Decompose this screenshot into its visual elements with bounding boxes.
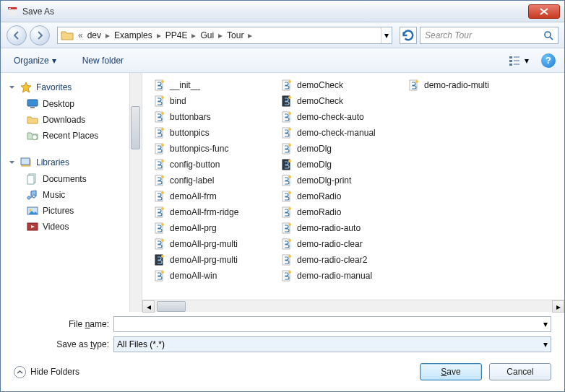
new-folder-button[interactable]: New folder: [78, 53, 128, 69]
favorites-header[interactable]: Favorites: [1, 79, 142, 96]
sidebar-item-pictures[interactable]: Pictures: [1, 203, 142, 219]
file-name: demoDlg: [297, 160, 332, 170]
chevron-down-icon[interactable]: ▾: [543, 319, 548, 329]
chevron-down-icon: ▾: [52, 56, 56, 66]
file-item[interactable]: demoAll-win: [152, 268, 280, 284]
file-item[interactable]: demo-radio-multi: [407, 77, 534, 93]
chevron-right-icon[interactable]: ▸: [246, 30, 254, 40]
svg-point-9: [33, 135, 38, 140]
sidebar-item-documents[interactable]: Documents: [1, 171, 142, 187]
breadcrumb[interactable]: Examples: [111, 27, 155, 43]
filetype-select[interactable]: All Files (*.*) ▾: [113, 336, 551, 352]
refresh-button[interactable]: [400, 27, 417, 44]
videos-icon: [27, 221, 38, 232]
search-input[interactable]: Search Tour: [420, 27, 558, 44]
breadcrumb[interactable]: dev: [85, 27, 104, 43]
file-list[interactable]: __init__bindbuttonbarsbuttonpicsbuttonpi…: [142, 73, 564, 300]
help-button[interactable]: ?: [541, 53, 556, 68]
horizontal-scrollbar[interactable]: ◂ ▸: [142, 300, 564, 312]
address-dropdown[interactable]: ▾: [381, 27, 392, 43]
cancel-button[interactable]: Cancel: [489, 363, 551, 380]
file-item[interactable]: demoAll-frm: [152, 188, 280, 204]
chevron-down-icon[interactable]: ▾: [543, 339, 548, 349]
file-item[interactable]: buttonpics-func: [152, 141, 280, 157]
file-item[interactable]: demoRadio: [280, 188, 407, 204]
file-item[interactable]: config-label: [152, 173, 280, 188]
file-item[interactable]: demoRadio: [280, 204, 407, 220]
address-bar[interactable]: « dev ▸ Examples ▸ PP4E ▸ Gui ▸ Tour ▸ ▾: [57, 27, 392, 44]
filename-label: File name:: [37, 319, 109, 329]
file-item[interactable]: demo-radio-clear: [280, 236, 407, 252]
sidebar-item-downloads[interactable]: Downloads: [1, 112, 142, 128]
body: Favorites Desktop Downloads Recent Place…: [1, 73, 564, 312]
svg-point-20: [161, 96, 164, 99]
file-item[interactable]: demoAll-prg-multi: [152, 252, 280, 268]
file-item[interactable]: demoDlg: [280, 141, 407, 157]
hide-folders-button[interactable]: Hide Folders: [14, 366, 79, 378]
file-item[interactable]: demo-check-manual: [280, 125, 407, 141]
breadcrumb[interactable]: Tour: [224, 27, 246, 43]
sidebar-item-label: Desktop: [43, 99, 74, 109]
file-name: demo-radio-clear2: [297, 255, 367, 265]
save-as-dialog: Save As « dev ▸ Examples ▸ PP4E ▸ Gui ▸ …: [0, 0, 565, 392]
svg-rect-3: [509, 64, 512, 66]
sidebar-item-recent[interactable]: Recent Places: [1, 128, 142, 144]
file-item[interactable]: config-button: [152, 157, 280, 173]
svg-point-64: [288, 239, 291, 242]
scrollbar-thumb[interactable]: [131, 106, 140, 149]
file-item[interactable]: buttonpics: [152, 125, 280, 141]
python-file-icon: [281, 206, 293, 218]
file-item[interactable]: demoDlg-print: [280, 173, 407, 188]
file-item[interactable]: demoAll-frm-ridge: [152, 204, 280, 220]
breadcrumb[interactable]: PP4E: [163, 27, 191, 43]
organize-button[interactable]: Organize ▾: [9, 53, 61, 69]
view-mode-button[interactable]: ▾: [505, 53, 532, 69]
sidebar-item-videos[interactable]: Videos: [1, 219, 142, 235]
filename-input[interactable]: ▾: [113, 316, 551, 332]
search-placeholder: Search Tour: [425, 30, 472, 40]
breadcrumb[interactable]: Gui: [197, 27, 217, 43]
file-item[interactable]: demoAll-prg: [152, 220, 280, 236]
sidebar-item-desktop[interactable]: Desktop: [1, 96, 142, 112]
chevron-right-icon[interactable]: «: [77, 30, 85, 40]
chevron-right-icon[interactable]: ▸: [155, 30, 163, 40]
file-item[interactable]: demoDlg: [280, 157, 407, 173]
file-item[interactable]: demo-radio-manual: [280, 268, 407, 284]
file-name: bind: [170, 96, 186, 106]
file-item[interactable]: demoCheck: [280, 77, 407, 93]
file-item[interactable]: __init__: [152, 77, 280, 93]
file-item[interactable]: demo-check-auto: [280, 109, 407, 125]
file-item[interactable]: demoCheck: [280, 93, 407, 109]
chevron-right-icon[interactable]: ▸: [190, 30, 197, 40]
scroll-left-button[interactable]: ◂: [142, 300, 155, 313]
file-item[interactable]: demo-radio-clear2: [280, 252, 407, 268]
scrollbar-thumb[interactable]: [157, 301, 186, 312]
svg-point-32: [161, 191, 164, 194]
libraries-header[interactable]: Libraries: [1, 154, 142, 171]
back-button[interactable]: [7, 25, 27, 45]
python-file-icon: [281, 143, 293, 154]
sidebar-item-label: Downloads: [43, 115, 85, 125]
file-name: demoAll-prg: [170, 223, 217, 233]
python-file-icon: [154, 143, 165, 154]
svg-point-62: [288, 223, 291, 226]
file-item[interactable]: bind: [152, 93, 280, 109]
python-file-icon: [154, 270, 165, 282]
file-name: demo-check-manual: [297, 128, 376, 138]
save-button[interactable]: Save: [420, 363, 482, 380]
chevron-right-icon[interactable]: ▸: [104, 30, 111, 40]
file-item[interactable]: buttonbars: [152, 109, 280, 125]
file-name: demo-radio-auto: [297, 223, 361, 233]
file-item[interactable]: demo-radio-auto: [280, 220, 407, 236]
scroll-right-button[interactable]: ▸: [552, 300, 564, 313]
sidebar-item-music[interactable]: Music: [1, 187, 142, 203]
file-name: demoDlg-print: [297, 175, 351, 186]
forward-button[interactable]: [30, 25, 50, 45]
file-name: demoAll-prg-multi: [170, 255, 238, 265]
file-item[interactable]: demoAll-prg-multi: [152, 236, 280, 252]
file-name: buttonbars: [170, 112, 211, 122]
chevron-right-icon[interactable]: ▸: [217, 30, 224, 40]
sidebar-item-label: Documents: [43, 174, 87, 184]
close-button[interactable]: [528, 4, 560, 19]
file-name: buttonpics: [170, 128, 210, 138]
